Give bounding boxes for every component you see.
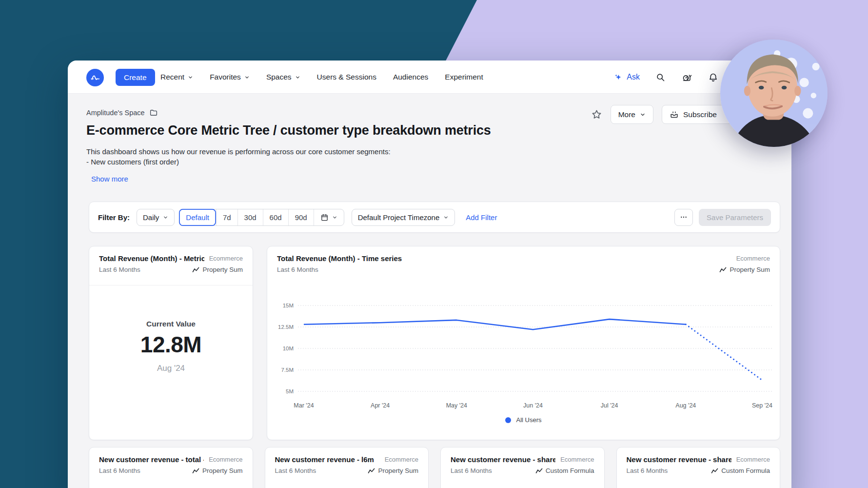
chevron-down-icon: [443, 215, 449, 220]
legend-swatch: [505, 417, 511, 423]
card-header: New customer revenue - share ... Ecommer…: [441, 447, 604, 474]
description-line: This dashboard shows us how our revenue …: [86, 146, 391, 157]
measure-label: Custom Formula: [721, 467, 770, 474]
star-icon: [591, 109, 602, 120]
whats-new-button[interactable]: [681, 72, 692, 83]
timezone-dropdown[interactable]: Default Project Timezone: [352, 209, 455, 226]
card-range: Last 6 Months: [277, 266, 318, 273]
card-title: New customer revenue - share ...: [451, 455, 555, 464]
x-tick-label: Mar '24: [294, 402, 314, 409]
bell-icon: [708, 72, 718, 82]
card-title: Total Revenue (Month) - Time series: [277, 254, 402, 263]
chevron-down-icon: [163, 215, 168, 220]
revenue-line: [304, 319, 686, 329]
timeseries-card[interactable]: Total Revenue (Month) - Time series Ecom…: [267, 246, 780, 440]
more-button[interactable]: More: [611, 105, 653, 124]
current-value: 12.8M: [89, 331, 253, 358]
chevron-down-icon: [244, 75, 250, 80]
card-header: Total Revenue (Month) - Time series Ecom…: [267, 246, 780, 273]
measure-label: Property Sum: [202, 467, 243, 474]
zigzag-line-icon: [535, 468, 543, 474]
bottom-card-new-customer-share-2[interactable]: New customer revenue - share ... Ecommer…: [616, 447, 781, 488]
webcam-avatar-image: [720, 40, 828, 147]
nav-item-users-sessions[interactable]: Users & Sessions: [317, 73, 376, 81]
chevron-down-icon: [640, 112, 646, 118]
measure-label: Property Sum: [202, 266, 243, 273]
range-option-7d[interactable]: 7d: [216, 209, 237, 225]
card-range: Last 6 Months: [275, 467, 316, 474]
custom-date-option[interactable]: [314, 209, 344, 225]
calendar-icon: [320, 213, 329, 222]
nav-item-favorites[interactable]: Favorites: [210, 73, 250, 81]
measure-label: Property Sum: [378, 467, 418, 474]
snail-icon: [681, 72, 692, 83]
measure-label: Property Sum: [730, 266, 770, 273]
ellipsis-icon: [680, 213, 688, 221]
webcam-avatar: [720, 40, 828, 147]
current-value-label: Current Value: [89, 320, 253, 328]
x-tick-label: Jul '24: [601, 402, 618, 409]
nav-right-cluster: Ask: [613, 61, 718, 94]
card-title: New customer revenue - share ...: [627, 455, 731, 464]
breadcrumb-label: Amplitude's Space: [86, 109, 145, 117]
bottom-card-new-customer-l6m[interactable]: New customer revenue - l6m Ecommerce Las…: [265, 447, 429, 488]
header-actions: More Subscribe: [591, 105, 733, 124]
card-range: Last 6 Months: [99, 266, 140, 273]
favorite-star-button[interactable]: [591, 109, 602, 120]
bottom-card-new-customer-share-1[interactable]: New customer revenue - share ... Ecommer…: [440, 447, 605, 488]
ask-button[interactable]: Ask: [613, 73, 640, 82]
page-title: E-commerce Core Metric Tree / customer t…: [86, 123, 491, 138]
sparkle-icon: [613, 73, 623, 82]
folder-icon: [149, 108, 158, 117]
chevron-down-icon: [295, 75, 300, 80]
card-header: New customer revenue - l6m Ecommerce Las…: [265, 447, 429, 474]
measure-label: Custom Formula: [546, 467, 594, 474]
range-option-default[interactable]: Default: [179, 209, 216, 226]
notifications-button[interactable]: [708, 72, 718, 82]
y-tick-label: 15M: [283, 303, 294, 308]
timezone-value: Default Project Timezone: [358, 213, 440, 222]
subscribe-label: Subscribe: [683, 110, 717, 119]
search-icon: [655, 72, 666, 82]
card-measure: Property Sum: [192, 467, 243, 474]
x-tick-label: Aug '24: [675, 402, 696, 409]
card-header: Total Revenue (Month) - Metric Ecommerce…: [89, 246, 253, 273]
card-tag: Ecommerce: [385, 456, 418, 463]
bottom-card-new-customer-total[interactable]: New customer revenue - total - ... Ecomm…: [89, 447, 253, 488]
date-range-segment: Default 7d 30d 60d 90d: [179, 209, 344, 226]
description-line: - New customers (first order): [86, 157, 391, 167]
create-button[interactable]: Create: [116, 69, 155, 86]
range-option-90d[interactable]: 90d: [288, 209, 314, 225]
search-button[interactable]: [655, 72, 666, 82]
nav-item-spaces[interactable]: Spaces: [266, 73, 300, 81]
card-title: Total Revenue (Month) - Metric: [99, 254, 204, 263]
card-measure: Custom Formula: [711, 467, 770, 474]
filter-bar: Filter By: Daily Default 7d 30d 60d 90d …: [89, 202, 780, 233]
nav-item-label: Experiment: [445, 73, 483, 81]
nav-item-audiences[interactable]: Audiences: [393, 73, 428, 81]
metric-card[interactable]: Total Revenue (Month) - Metric Ecommerce…: [89, 246, 253, 440]
card-title: New customer revenue - total - ...: [99, 455, 204, 464]
range-option-60d[interactable]: 60d: [263, 209, 288, 225]
card-tag: Ecommerce: [560, 456, 594, 463]
legend-item-all-users[interactable]: All Users: [267, 416, 780, 424]
chevron-down-icon: [332, 215, 337, 220]
granularity-dropdown[interactable]: Daily: [137, 209, 175, 226]
nav-item-experiment[interactable]: Experiment: [445, 73, 483, 81]
nav-item-recent[interactable]: Recent: [160, 73, 193, 81]
x-tick-label: Apr '24: [371, 402, 390, 409]
x-tick-label: May '24: [446, 402, 467, 409]
range-option-30d[interactable]: 30d: [237, 209, 263, 225]
y-tick-label: 12.5M: [278, 324, 294, 330]
amplitude-logo[interactable]: [86, 69, 104, 86]
timeseries-plot: 5M7.5M10M12.5M15MMar '24Apr '24May '24Ju…: [267, 246, 781, 441]
nav-item-label: Spaces: [266, 73, 292, 81]
save-parameters-button[interactable]: Save Parameters: [699, 209, 771, 226]
zigzag-line-icon: [719, 267, 727, 273]
card-range: Last 6 Months: [99, 467, 140, 474]
show-more-link[interactable]: Show more: [91, 175, 128, 183]
breadcrumb[interactable]: Amplitude's Space: [86, 108, 158, 117]
overflow-menu-button[interactable]: [674, 209, 693, 226]
add-filter-link[interactable]: Add Filter: [466, 213, 497, 222]
y-tick-label: 7.5M: [281, 367, 294, 373]
